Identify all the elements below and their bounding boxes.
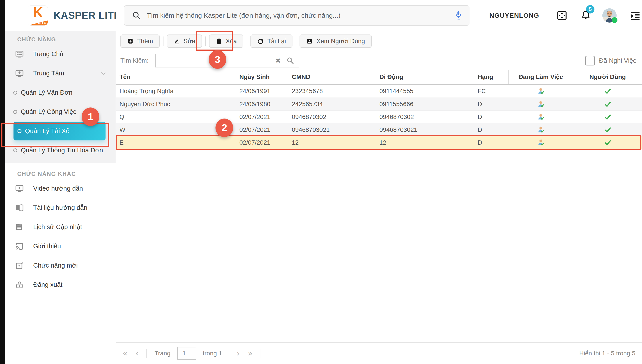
cell-ngay-sinh: 24/06/1980 (236, 100, 288, 108)
section-title-other: CHỨC NĂNG KHÁC (5, 169, 116, 179)
prev-page-button[interactable]: ‹ (135, 349, 139, 358)
pagination-separator (147, 349, 147, 358)
cell-cmnd: 09468703021 (288, 126, 376, 133)
col-header-hang[interactable]: Hạng (474, 70, 509, 84)
cell-di-dong: 0911444555 (376, 88, 474, 95)
table-search-input[interactable] (160, 57, 275, 64)
actions-toolbar: Thêm Sửa Xóa Tải Lại Xem Người Dùng (116, 31, 642, 51)
page-number-input[interactable] (178, 348, 196, 359)
cell-hang: FC (474, 88, 509, 95)
cell-cmnd: 232345678 (288, 88, 376, 95)
table-row-selected[interactable]: E 02/07/2021 12 12 D (116, 136, 642, 149)
refresh-icon (257, 38, 264, 44)
cell-hang: D (474, 126, 509, 133)
sidebar-item-label: Trang Chủ (33, 50, 63, 58)
fullscreen-icon[interactable] (556, 10, 567, 21)
sidebar-item-tai-lieu[interactable]: Tài liệu hướng dẫn (5, 198, 116, 218)
add-button-label: Thêm (137, 38, 153, 45)
bullet-icon (13, 110, 17, 114)
toolbar-separator (163, 36, 164, 46)
current-username[interactable]: NGUYENLONG (489, 12, 539, 19)
pagination-separator (261, 349, 261, 358)
sidebar-item-video[interactable]: Video hướng dẫn (5, 179, 116, 198)
app-title: KASPER LITE (54, 10, 121, 21)
sidebar-toggle-icon[interactable] (630, 10, 641, 21)
cell-ngay-sinh: 02/07/2021 (236, 139, 288, 146)
cell-cmnd: 0946870302 (288, 114, 376, 120)
filter-row: Tìm Kiếm: ✖ Đã Nghỉ Việc (116, 51, 642, 70)
sidebar-item-tai-xe[interactable]: Quản Lý Tài Xế (14, 122, 106, 140)
microphone-icon[interactable] (454, 10, 463, 20)
sidebar-item-home[interactable]: Trang Chủ (5, 44, 116, 64)
sidebar-item-dang-xuat[interactable]: Đăng xuất (5, 275, 116, 294)
col-header-dang-lam-viec[interactable]: Đang Làm Việc (509, 70, 573, 84)
col-header-ten[interactable]: Tên (116, 70, 236, 84)
sidebar-item-lich-su[interactable]: Lịch sử Cập nhật (5, 218, 116, 236)
is-user-check-icon (573, 100, 642, 108)
table-header-row: Tên Ngày Sinh CMND Di Động Hạng Đang Làm… (116, 70, 642, 85)
first-page-button[interactable]: « (123, 349, 128, 358)
page-total-label: trong 1 (203, 350, 222, 357)
sidebar-section-functions: CHỨC NĂNG Trang Chủ Trung Tâm Quản Lý Vậ… (5, 31, 116, 163)
resigned-checkbox[interactable] (585, 56, 595, 66)
sidebar-item-label: Tài liệu hướng dẫn (33, 204, 87, 212)
sidebar-item-center[interactable]: Trung Tâm (5, 64, 116, 83)
user-card-icon (306, 38, 313, 44)
edit-pencil-icon (173, 38, 180, 44)
working-status-icon (509, 100, 573, 108)
table-row[interactable]: Q 02/07/2021 0946870302 0946870302 D (116, 110, 642, 123)
bullet-icon (13, 91, 17, 95)
table-row[interactable]: Hoàng Trọng Nghĩa 24/06/1991 232345678 0… (116, 85, 642, 98)
sidebar-item-van-don[interactable]: Quản Lý Vận Đơn (5, 83, 116, 102)
sidebar-item-hoa-don[interactable]: Quản Lý Thông Tin Hóa Đơn (5, 141, 116, 160)
table-row[interactable]: W 02/07/2021 09468703021 09468703021 D (116, 123, 642, 136)
global-search-box[interactable] (124, 5, 469, 26)
sidebar-item-cong-viec[interactable]: Quản Lý Công Việc (5, 102, 116, 122)
col-header-nguoi-dung[interactable]: Người Dùng (573, 70, 642, 84)
chevron-down-icon (100, 70, 106, 76)
online-status-dot (612, 17, 617, 23)
table-search-box[interactable]: ✖ (155, 54, 299, 68)
add-button[interactable]: Thêm (120, 34, 160, 48)
global-search-input[interactable] (147, 12, 454, 19)
cell-hang: D (474, 114, 509, 120)
sidebar-item-label: Quản Lý Tài Xế (25, 128, 70, 135)
cell-cmnd: 242565734 (288, 100, 376, 108)
table-row[interactable]: Nguyễn Đức Phúc 24/06/1980 242565734 091… (116, 98, 642, 110)
view-users-button[interactable]: Xem Người Dùng (300, 34, 371, 48)
kasper-logo-icon[interactable]: K LITE (28, 6, 48, 26)
edit-button[interactable]: Sửa (167, 34, 202, 48)
page-label: Trang (154, 350, 170, 357)
col-header-di-dong[interactable]: Di Động (376, 70, 474, 84)
sidebar: K LITE KASPER LITE CHỨC NĂNG Trang Chủ T… (5, 0, 116, 364)
edit-button-label: Sửa (184, 38, 195, 45)
user-avatar[interactable] (602, 8, 616, 22)
table-search-icon[interactable] (286, 56, 294, 64)
cell-ten: E (116, 139, 236, 146)
resigned-filter: Đã Nghỉ Việc (585, 56, 636, 66)
cell-di-dong: 12 (376, 139, 474, 146)
video-tutorial-icon (15, 184, 24, 194)
notifications-bell-icon[interactable]: 5 (581, 10, 591, 21)
last-page-button[interactable]: » (248, 349, 253, 358)
section-title-functions: CHỨC NĂNG (5, 34, 116, 44)
is-user-check-icon (573, 126, 642, 133)
delete-button[interactable]: Xóa (209, 34, 244, 48)
sidebar-item-label: Trung Tâm (33, 70, 64, 77)
cast-icon (15, 242, 24, 251)
clear-search-icon[interactable]: ✖ (275, 57, 281, 64)
sidebar-item-label: Quản Lý Vận Đơn (21, 89, 72, 96)
col-header-ngay-sinh[interactable]: Ngày Sinh (236, 70, 288, 84)
is-user-check-icon (573, 114, 642, 120)
cell-hang: D (474, 100, 509, 108)
sidebar-item-gioi-thieu[interactable]: Giới thiệu (5, 236, 116, 256)
is-user-check-icon (573, 88, 642, 95)
sidebar-item-chuc-nang-moi[interactable]: Chức năng mới (5, 256, 116, 275)
next-page-button[interactable]: › (237, 349, 240, 358)
sidebar-section-other: CHỨC NĂNG KHÁC Video hướng dẫn Tài liệu … (5, 163, 116, 364)
topbar: NGUYENLONG 5 (116, 0, 642, 31)
lock-icon (15, 280, 24, 290)
view-users-button-label: Xem Người Dùng (316, 38, 365, 45)
reload-button[interactable]: Tải Lại (250, 34, 292, 48)
col-header-cmnd[interactable]: CMND (288, 70, 376, 84)
